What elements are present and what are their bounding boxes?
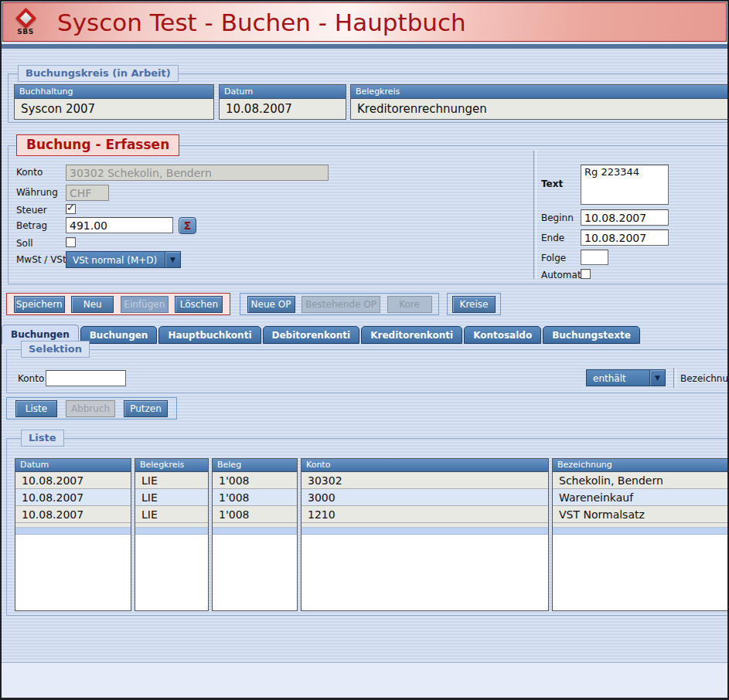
col-konto: Konto 30302 3000 1210: [301, 458, 549, 611]
table-row[interactable]: Schekolin, Bendern: [553, 472, 728, 489]
col-konto-header[interactable]: Konto: [301, 459, 548, 472]
automat-checkbox[interactable]: ✓: [581, 269, 591, 279]
einfuegen-button: Einfügen: [121, 296, 169, 313]
liste-button[interactable]: Liste: [15, 400, 57, 417]
diamond-logo-icon: [15, 8, 36, 29]
tab-hauptbuchkonti[interactable]: Hauptbuchkonti: [158, 326, 261, 344]
form-divider: [533, 151, 537, 279]
table-row[interactable]: 3000: [301, 489, 548, 506]
list-actions-group: Liste Abbruch Putzen: [6, 397, 177, 420]
putzen-button[interactable]: Putzen: [124, 400, 168, 417]
mwst-selected-value: VSt normal (M+D): [66, 251, 165, 268]
belegkreis-panel: Belegkreis Kreditorenrechnungen: [350, 84, 729, 120]
tab-buchungen[interactable]: Buchungen: [80, 326, 158, 344]
speichern-button[interactable]: Speichern: [14, 296, 65, 313]
table-row[interactable]: VST Normalsatz: [553, 506, 728, 523]
col-beleg-header[interactable]: Beleg: [213, 459, 297, 472]
chevron-down-icon[interactable]: ▼: [165, 251, 181, 268]
waehrung-label: Währung: [16, 187, 58, 198]
table-row[interactable]: 30302: [301, 472, 548, 489]
record-actions-group: Speichern Neu Einfügen Löschen: [6, 293, 230, 315]
mwst-dropdown[interactable]: VSt normal (M+D) ▼: [66, 251, 181, 268]
text-label: Text: [541, 178, 563, 189]
col-bezeichnung-header[interactable]: Bezeichnung: [553, 459, 728, 472]
kreise-group: Kreise: [447, 293, 501, 315]
beginn-input[interactable]: [581, 209, 669, 226]
table-row[interactable]: 1'008: [213, 472, 297, 489]
app-window: SBS Syscon Test - Buchen - Hauptbuch Buc…: [0, 0, 729, 700]
datum-header: Datum: [220, 85, 346, 99]
ende-label: Ende: [541, 233, 564, 243]
table-row[interactable]: 10.08.2007: [15, 489, 131, 506]
selektion-konto-input[interactable]: [46, 370, 126, 386]
table-row[interactable]: LIE: [135, 472, 208, 489]
neu-button[interactable]: Neu: [71, 296, 114, 313]
buchhaltung-value: Syscon 2007: [15, 99, 213, 119]
col-bezeichnung: Bezeichnung Schekolin, Bendern Wareneink…: [552, 458, 729, 611]
beginn-label: Beginn: [541, 212, 574, 223]
tab-kontosaldo[interactable]: Kontosaldo: [464, 326, 541, 344]
check-icon: ✓: [66, 202, 75, 213]
liste-legend: Liste: [21, 430, 64, 447]
neue-op-button[interactable]: Neue OP: [247, 296, 295, 313]
match-mode-dropdown[interactable]: enthält ▼: [586, 369, 666, 386]
mwst-label: MwSt / VSt: [16, 254, 66, 265]
loeschen-button[interactable]: Löschen: [175, 296, 223, 313]
buchungskreis-legend: Buchungskreis (in Arbeit): [18, 65, 179, 82]
tab-kreditorenkonti[interactable]: Kreditorenkonti: [361, 326, 462, 344]
match-mode-value: enthält: [586, 369, 649, 386]
col-belegkreis-header[interactable]: Belegkreis: [135, 459, 208, 472]
col-beleg: Beleg 1'008 1'008 1'008: [212, 458, 298, 611]
page-title: Syscon Test - Buchen - Hauptbuch: [57, 8, 466, 36]
datum-panel: Datum 10.08.2007: [219, 84, 346, 120]
betrag-label: Betrag: [16, 220, 47, 231]
table-row[interactable]: 10.08.2007: [15, 472, 131, 489]
op-actions-group: Neue OP Bestehende OP Kore: [240, 293, 439, 315]
sigma-icon: Σ: [184, 219, 192, 232]
soll-checkbox[interactable]: ✓: [66, 237, 76, 247]
buchhaltung-panel: Buchhaltung Syscon 2007: [14, 84, 214, 120]
belegkreis-header: Belegkreis: [351, 85, 728, 99]
text-textarea[interactable]: Rg 223344: [581, 165, 669, 205]
table-row[interactable]: LIE: [135, 506, 208, 523]
table-row[interactable]: 1210: [301, 506, 548, 523]
automat-label: Automat: [541, 270, 581, 280]
soll-label: Soll: [16, 238, 33, 249]
chevron-down-icon[interactable]: ▼: [649, 369, 666, 386]
tab-bar: Buchungen Buchungen Hauptbuchkonti Debit…: [2, 324, 729, 344]
tab-buchungstexte[interactable]: Buchungstexte: [543, 326, 640, 344]
selektion-fieldset: Selektion Konto enthält ▼ Bezeichnung: [6, 349, 729, 393]
buchung-erfassen-fieldset: Buchung - Erfassen Konto Währung Steuer …: [8, 145, 729, 284]
liste-fieldset: Liste Datum 10.08.2007 10.08.2007 10.08.…: [6, 438, 729, 616]
col-datum-header[interactable]: Datum: [15, 459, 131, 472]
belegkreis-value: Kreditorenrechnungen: [351, 99, 728, 119]
bestehende-op-button: Bestehende OP: [301, 296, 380, 313]
steuer-checkbox[interactable]: ✓: [66, 204, 76, 214]
table-row[interactable]: Wareneinkauf: [553, 489, 728, 506]
konto-label: Konto: [16, 167, 43, 178]
table-row[interactable]: 1'008: [213, 489, 297, 506]
bezeichnung-label: Bezeichnung: [680, 373, 729, 384]
konto-field: [66, 165, 329, 181]
folge-label: Folge: [541, 253, 566, 263]
table-row[interactable]: LIE: [135, 489, 208, 506]
betrag-input[interactable]: [66, 217, 173, 233]
sum-button[interactable]: Σ: [179, 217, 196, 234]
datum-value: 10.08.2007: [220, 99, 346, 119]
buchungskreis-fieldset: Buchungskreis (in Arbeit) Buchhaltung Sy…: [8, 73, 729, 123]
buchhaltung-header: Buchhaltung: [15, 85, 213, 99]
sbs-logo: SBS: [3, 9, 48, 36]
selektion-konto-label: Konto: [18, 373, 44, 384]
kreise-button[interactable]: Kreise: [452, 296, 496, 313]
selektion-divider: [673, 368, 676, 388]
folge-input[interactable]: [581, 250, 608, 265]
table-row[interactable]: 1'008: [213, 506, 297, 523]
table-row[interactable]: 10.08.2007: [15, 506, 131, 523]
steuer-label: Steuer: [16, 205, 47, 216]
ende-input[interactable]: [581, 229, 669, 246]
col-datum: Datum 10.08.2007 10.08.2007 10.08.2007: [15, 458, 131, 611]
selektion-legend: Selektion: [21, 341, 90, 358]
status-area: [2, 662, 727, 698]
tab-debitorenkonti[interactable]: Debitorenkonti: [263, 326, 360, 344]
app-header: SBS Syscon Test - Buchen - Hauptbuch: [2, 2, 727, 42]
